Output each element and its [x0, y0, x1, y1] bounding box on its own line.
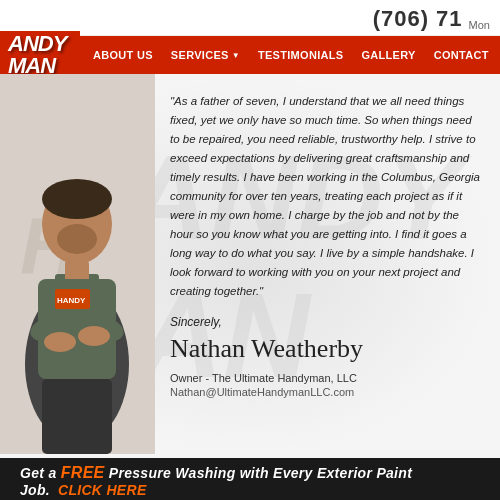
owner-title: Owner - The Ultimate Handyman, LLC [170, 370, 480, 387]
logo-area[interactable]: ANDY MAN [0, 31, 80, 79]
signature: Nathan Weatherby [170, 333, 480, 364]
quote-area: "As a father of seven, I understand that… [155, 74, 500, 458]
svg-point-14 [78, 326, 110, 346]
logo: ANDY MAN [8, 33, 66, 77]
svg-point-13 [44, 332, 76, 352]
nav-links: ABOUT US SERVICES ▼ TESTIMONIALS GALLERY… [80, 36, 500, 74]
person-image-area: H HANDY [0, 74, 155, 458]
person-svg: H HANDY [0, 74, 155, 454]
quote-text: "As a father of seven, I understand that… [170, 92, 480, 301]
sincerely-text: Sincerely, [170, 315, 480, 329]
svg-point-6 [57, 224, 97, 254]
nav-item-services[interactable]: SERVICES ▼ [162, 36, 249, 74]
hours-label: Mon [469, 19, 490, 31]
bottom-banner[interactable]: Get a FREE Pressure Washing with Every E… [0, 458, 500, 500]
banner-text: Get a FREE Pressure Washing with Every E… [20, 464, 480, 498]
nav-item-testimonials[interactable]: TESTIMONIALS [249, 36, 353, 74]
logo-line1: ANDY [8, 33, 66, 55]
nav-item-about[interactable]: ABOUT US [84, 36, 162, 74]
banner-free-label: FREE [61, 464, 105, 481]
main-content: HANDYMAN H HANDY [0, 74, 500, 458]
nav-item-gallery[interactable]: GALLERY [352, 36, 424, 74]
owner-email: Nathan@UltimateHandymanLLC.com [170, 386, 480, 398]
svg-rect-15 [42, 379, 112, 454]
banner-prefix: Get a [20, 465, 61, 481]
dropdown-arrow-icon: ▼ [232, 51, 240, 60]
navbar: ANDY MAN ABOUT US SERVICES ▼ TESTIMONIAL… [0, 36, 500, 74]
banner-cta[interactable]: CLICK HERE [58, 482, 147, 498]
nav-item-contact[interactable]: CONTACT [425, 36, 498, 74]
svg-point-5 [42, 179, 112, 219]
svg-text:HANDY: HANDY [57, 296, 86, 305]
phone-number[interactable]: (706) 71 [373, 6, 463, 32]
